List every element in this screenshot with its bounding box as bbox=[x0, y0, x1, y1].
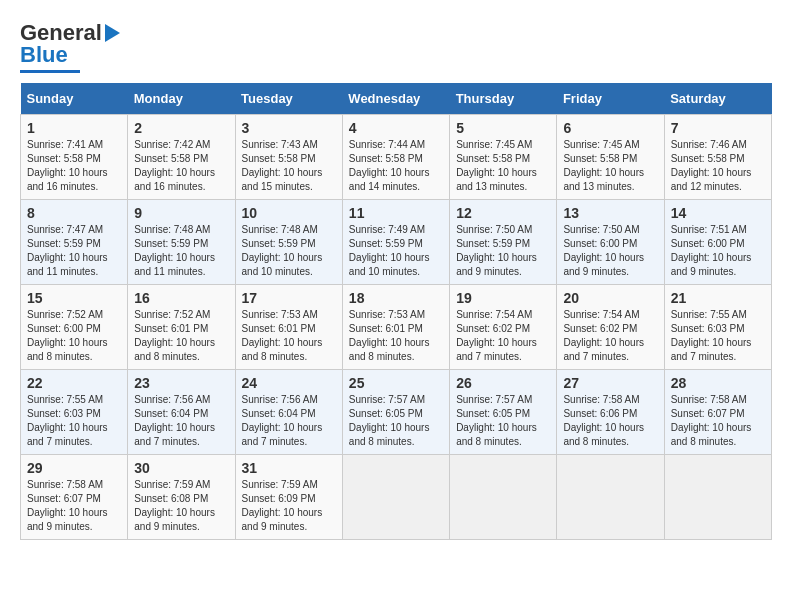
day-number: 10 bbox=[242, 205, 336, 221]
day-info: Sunrise: 7:41 AM Sunset: 5:58 PM Dayligh… bbox=[27, 138, 121, 194]
day-number: 19 bbox=[456, 290, 550, 306]
calendar-cell: 8Sunrise: 7:47 AM Sunset: 5:59 PM Daylig… bbox=[21, 200, 128, 285]
day-info: Sunrise: 7:59 AM Sunset: 6:09 PM Dayligh… bbox=[242, 478, 336, 534]
day-info: Sunrise: 7:50 AM Sunset: 6:00 PM Dayligh… bbox=[563, 223, 657, 279]
day-info: Sunrise: 7:49 AM Sunset: 5:59 PM Dayligh… bbox=[349, 223, 443, 279]
day-info: Sunrise: 7:58 AM Sunset: 6:06 PM Dayligh… bbox=[563, 393, 657, 449]
day-number: 6 bbox=[563, 120, 657, 136]
calendar-cell: 15Sunrise: 7:52 AM Sunset: 6:00 PM Dayli… bbox=[21, 285, 128, 370]
weekday-header-thursday: Thursday bbox=[450, 83, 557, 115]
calendar-week-row: 22Sunrise: 7:55 AM Sunset: 6:03 PM Dayli… bbox=[21, 370, 772, 455]
calendar-cell: 21Sunrise: 7:55 AM Sunset: 6:03 PM Dayli… bbox=[664, 285, 771, 370]
day-info: Sunrise: 7:56 AM Sunset: 6:04 PM Dayligh… bbox=[242, 393, 336, 449]
calendar-cell: 10Sunrise: 7:48 AM Sunset: 5:59 PM Dayli… bbox=[235, 200, 342, 285]
calendar-cell: 6Sunrise: 7:45 AM Sunset: 5:58 PM Daylig… bbox=[557, 115, 664, 200]
day-info: Sunrise: 7:45 AM Sunset: 5:58 PM Dayligh… bbox=[456, 138, 550, 194]
day-info: Sunrise: 7:57 AM Sunset: 6:05 PM Dayligh… bbox=[456, 393, 550, 449]
weekday-header-wednesday: Wednesday bbox=[342, 83, 449, 115]
day-number: 2 bbox=[134, 120, 228, 136]
day-info: Sunrise: 7:54 AM Sunset: 6:02 PM Dayligh… bbox=[563, 308, 657, 364]
day-number: 18 bbox=[349, 290, 443, 306]
calendar-cell: 1Sunrise: 7:41 AM Sunset: 5:58 PM Daylig… bbox=[21, 115, 128, 200]
day-number: 15 bbox=[27, 290, 121, 306]
calendar-cell: 18Sunrise: 7:53 AM Sunset: 6:01 PM Dayli… bbox=[342, 285, 449, 370]
day-number: 22 bbox=[27, 375, 121, 391]
logo-underline bbox=[20, 70, 80, 73]
day-number: 20 bbox=[563, 290, 657, 306]
day-info: Sunrise: 7:55 AM Sunset: 6:03 PM Dayligh… bbox=[27, 393, 121, 449]
calendar-cell: 25Sunrise: 7:57 AM Sunset: 6:05 PM Dayli… bbox=[342, 370, 449, 455]
day-info: Sunrise: 7:48 AM Sunset: 5:59 PM Dayligh… bbox=[242, 223, 336, 279]
calendar-week-row: 8Sunrise: 7:47 AM Sunset: 5:59 PM Daylig… bbox=[21, 200, 772, 285]
day-info: Sunrise: 7:54 AM Sunset: 6:02 PM Dayligh… bbox=[456, 308, 550, 364]
day-info: Sunrise: 7:58 AM Sunset: 6:07 PM Dayligh… bbox=[671, 393, 765, 449]
day-info: Sunrise: 7:45 AM Sunset: 5:58 PM Dayligh… bbox=[563, 138, 657, 194]
weekday-header-sunday: Sunday bbox=[21, 83, 128, 115]
weekday-header-tuesday: Tuesday bbox=[235, 83, 342, 115]
day-info: Sunrise: 7:50 AM Sunset: 5:59 PM Dayligh… bbox=[456, 223, 550, 279]
day-number: 12 bbox=[456, 205, 550, 221]
day-number: 4 bbox=[349, 120, 443, 136]
day-number: 29 bbox=[27, 460, 121, 476]
day-number: 25 bbox=[349, 375, 443, 391]
day-info: Sunrise: 7:52 AM Sunset: 6:01 PM Dayligh… bbox=[134, 308, 228, 364]
calendar-cell: 12Sunrise: 7:50 AM Sunset: 5:59 PM Dayli… bbox=[450, 200, 557, 285]
calendar-week-row: 15Sunrise: 7:52 AM Sunset: 6:00 PM Dayli… bbox=[21, 285, 772, 370]
day-info: Sunrise: 7:53 AM Sunset: 6:01 PM Dayligh… bbox=[349, 308, 443, 364]
logo: General Blue bbox=[20, 20, 120, 73]
calendar-cell: 5Sunrise: 7:45 AM Sunset: 5:58 PM Daylig… bbox=[450, 115, 557, 200]
day-info: Sunrise: 7:46 AM Sunset: 5:58 PM Dayligh… bbox=[671, 138, 765, 194]
day-number: 17 bbox=[242, 290, 336, 306]
calendar-header: SundayMondayTuesdayWednesdayThursdayFrid… bbox=[21, 83, 772, 115]
day-info: Sunrise: 7:55 AM Sunset: 6:03 PM Dayligh… bbox=[671, 308, 765, 364]
calendar-cell: 31Sunrise: 7:59 AM Sunset: 6:09 PM Dayli… bbox=[235, 455, 342, 540]
calendar-cell: 22Sunrise: 7:55 AM Sunset: 6:03 PM Dayli… bbox=[21, 370, 128, 455]
day-number: 9 bbox=[134, 205, 228, 221]
calendar-cell: 29Sunrise: 7:58 AM Sunset: 6:07 PM Dayli… bbox=[21, 455, 128, 540]
calendar-cell: 11Sunrise: 7:49 AM Sunset: 5:59 PM Dayli… bbox=[342, 200, 449, 285]
day-number: 23 bbox=[134, 375, 228, 391]
day-number: 8 bbox=[27, 205, 121, 221]
logo-arrow-icon bbox=[105, 24, 120, 42]
day-info: Sunrise: 7:47 AM Sunset: 5:59 PM Dayligh… bbox=[27, 223, 121, 279]
calendar-week-row: 29Sunrise: 7:58 AM Sunset: 6:07 PM Dayli… bbox=[21, 455, 772, 540]
day-info: Sunrise: 7:58 AM Sunset: 6:07 PM Dayligh… bbox=[27, 478, 121, 534]
day-number: 7 bbox=[671, 120, 765, 136]
day-info: Sunrise: 7:51 AM Sunset: 6:00 PM Dayligh… bbox=[671, 223, 765, 279]
calendar-week-row: 1Sunrise: 7:41 AM Sunset: 5:58 PM Daylig… bbox=[21, 115, 772, 200]
weekday-header-row: SundayMondayTuesdayWednesdayThursdayFrid… bbox=[21, 83, 772, 115]
calendar-body: 1Sunrise: 7:41 AM Sunset: 5:58 PM Daylig… bbox=[21, 115, 772, 540]
calendar-cell: 2Sunrise: 7:42 AM Sunset: 5:58 PM Daylig… bbox=[128, 115, 235, 200]
day-number: 11 bbox=[349, 205, 443, 221]
calendar-cell bbox=[342, 455, 449, 540]
day-info: Sunrise: 7:48 AM Sunset: 5:59 PM Dayligh… bbox=[134, 223, 228, 279]
calendar-cell: 3Sunrise: 7:43 AM Sunset: 5:58 PM Daylig… bbox=[235, 115, 342, 200]
day-info: Sunrise: 7:43 AM Sunset: 5:58 PM Dayligh… bbox=[242, 138, 336, 194]
day-number: 16 bbox=[134, 290, 228, 306]
calendar-cell: 19Sunrise: 7:54 AM Sunset: 6:02 PM Dayli… bbox=[450, 285, 557, 370]
day-number: 13 bbox=[563, 205, 657, 221]
page-header: General Blue bbox=[20, 20, 772, 73]
weekday-header-monday: Monday bbox=[128, 83, 235, 115]
day-info: Sunrise: 7:44 AM Sunset: 5:58 PM Dayligh… bbox=[349, 138, 443, 194]
calendar-cell bbox=[557, 455, 664, 540]
calendar-cell bbox=[664, 455, 771, 540]
day-number: 21 bbox=[671, 290, 765, 306]
day-number: 1 bbox=[27, 120, 121, 136]
day-number: 14 bbox=[671, 205, 765, 221]
weekday-header-friday: Friday bbox=[557, 83, 664, 115]
day-number: 5 bbox=[456, 120, 550, 136]
day-info: Sunrise: 7:59 AM Sunset: 6:08 PM Dayligh… bbox=[134, 478, 228, 534]
day-number: 24 bbox=[242, 375, 336, 391]
logo-text-blue: Blue bbox=[20, 42, 68, 68]
day-number: 28 bbox=[671, 375, 765, 391]
calendar-cell: 27Sunrise: 7:58 AM Sunset: 6:06 PM Dayli… bbox=[557, 370, 664, 455]
calendar-cell bbox=[450, 455, 557, 540]
calendar-cell: 9Sunrise: 7:48 AM Sunset: 5:59 PM Daylig… bbox=[128, 200, 235, 285]
day-info: Sunrise: 7:53 AM Sunset: 6:01 PM Dayligh… bbox=[242, 308, 336, 364]
calendar-cell: 16Sunrise: 7:52 AM Sunset: 6:01 PM Dayli… bbox=[128, 285, 235, 370]
day-info: Sunrise: 7:57 AM Sunset: 6:05 PM Dayligh… bbox=[349, 393, 443, 449]
day-info: Sunrise: 7:56 AM Sunset: 6:04 PM Dayligh… bbox=[134, 393, 228, 449]
day-number: 30 bbox=[134, 460, 228, 476]
calendar-cell: 23Sunrise: 7:56 AM Sunset: 6:04 PM Dayli… bbox=[128, 370, 235, 455]
